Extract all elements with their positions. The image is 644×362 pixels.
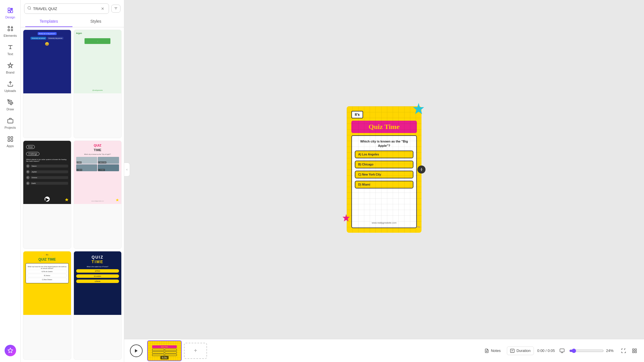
- svg-marker-23: [413, 103, 424, 114]
- templates-grid: Mostly cat or dog person? Extremely cat …: [21, 27, 124, 362]
- template-card-5[interactable]: ⚡ it's ⚡ QUIZ TIME Which city hosts the …: [23, 251, 71, 360]
- duration-btn[interactable]: Duration: [507, 346, 534, 355]
- add-slide-btn[interactable]: +: [184, 343, 207, 359]
- t6-question: What is the capital city of France?: [76, 266, 119, 267]
- sidebar-item-label-projects: Projects: [5, 126, 16, 129]
- tabs-row: Templates Styles: [21, 16, 124, 27]
- svg-point-7: [11, 29, 13, 31]
- sidebar-item-elements[interactable]: Elements: [0, 22, 20, 40]
- svg-rect-38: [635, 351, 637, 353]
- quiz-card[interactable]: It's Quiz Time Which city is known as th…: [347, 106, 421, 233]
- sidebar-item-brand[interactable]: Brand: [0, 59, 20, 77]
- t6-ans-c: c) Berlin: [76, 280, 119, 283]
- sidebar-item-draw[interactable]: Draw: [0, 95, 20, 114]
- quiz-answer-a[interactable]: A) Los Angeles: [355, 151, 413, 158]
- svg-rect-2: [8, 11, 10, 13]
- t5-its: it's: [46, 254, 48, 257]
- bottom-bar: Quiz Time 5.0s +: [124, 339, 644, 362]
- zoom-range[interactable]: [569, 348, 604, 353]
- t6-time: TIME: [92, 259, 103, 264]
- sidebar-item-text[interactable]: Text: [0, 40, 20, 59]
- time-display: 0:00 / 0:05: [537, 348, 555, 353]
- template-card-1[interactable]: Mostly cat or dog person? Extremely cat …: [23, 30, 71, 138]
- tab-styles[interactable]: Styles: [72, 16, 120, 27]
- t5-question: Which city hosts the one of the largest …: [28, 266, 67, 269]
- svg-point-16: [28, 7, 30, 9]
- quiz-answer-c[interactable]: C) New York City: [355, 171, 413, 178]
- t3-play-btn[interactable]: ▶: [45, 197, 50, 202]
- quiz-answer-d[interactable]: D) Miami: [355, 181, 413, 188]
- svg-point-26: [421, 168, 421, 168]
- svg-rect-14: [11, 140, 12, 141]
- filter-btn[interactable]: [111, 5, 120, 13]
- svg-marker-28: [135, 349, 137, 353]
- search-clear-btn[interactable]: [99, 5, 106, 12]
- t3-question: Which planet in our solar system is know…: [26, 159, 68, 162]
- canvas-wrapper: ‹ It's Quiz Time Which city is known as …: [124, 0, 644, 339]
- deco-swirl: ~: [417, 224, 420, 230]
- sidebar-item-label-draw: Draw: [7, 107, 14, 111]
- svg-line-17: [30, 9, 31, 10]
- slide-thumb-1[interactable]: Quiz Time 5.0s: [147, 340, 182, 361]
- notes-label: Notes: [491, 348, 501, 353]
- svg-rect-12: [11, 137, 12, 138]
- draw-icon: [6, 98, 14, 106]
- sidebar-nav: Design Elements Text Brand: [0, 0, 21, 362]
- projects-icon: [6, 117, 14, 125]
- slide-timer: 5.0s: [160, 356, 168, 359]
- screen-mode-btn[interactable]: [558, 347, 566, 355]
- collapse-panel-btn[interactable]: ‹: [124, 163, 130, 176]
- sidebar-item-label-design: Design: [5, 16, 15, 19]
- template-card-2[interactable]: Argon → @reallygreatsite: [74, 30, 122, 138]
- t5-ans-a: A) Rio de Janeiro: [28, 270, 67, 273]
- svg-rect-13: [8, 140, 9, 141]
- svg-rect-10: [7, 119, 13, 123]
- svg-rect-11: [8, 137, 9, 138]
- svg-rect-1: [10, 8, 12, 10]
- magic-btn[interactable]: [5, 345, 16, 356]
- t6-ans-b: b) London: [76, 274, 119, 278]
- t3-ans-b: Jupiter: [30, 170, 68, 173]
- zoom-slider: 24%: [569, 348, 616, 353]
- svg-marker-6: [11, 26, 13, 28]
- search-input-wrap[interactable]: [24, 3, 109, 14]
- tab-templates[interactable]: Templates: [25, 16, 72, 27]
- design-icon: [6, 6, 14, 14]
- t3-ans-a: Saturn: [30, 165, 68, 167]
- template-card-6[interactable]: QUIZ TIME What is the capital city of Fr…: [74, 251, 122, 360]
- svg-rect-31: [511, 349, 514, 353]
- t3-ans-c: Uranus: [30, 176, 68, 179]
- main-area: ‹ It's Quiz Time Which city is known as …: [124, 0, 644, 362]
- template-card-3[interactable]: Brain Challenge Which planet in our sola…: [23, 140, 71, 249]
- template-card-4[interactable]: QUIZ TIME Which city is known as the "Ci…: [74, 140, 122, 249]
- svg-point-27: [421, 171, 421, 171]
- t4-subtitle: Which city is known as the "City of Ligh…: [76, 153, 119, 155]
- search-input[interactable]: [33, 7, 98, 11]
- fullscreen-btn[interactable]: [620, 347, 627, 355]
- quiz-website: www.reallygreatsite.com: [355, 222, 413, 224]
- sidebar-item-design[interactable]: Design: [0, 3, 20, 22]
- grid-view-btn[interactable]: [631, 347, 638, 355]
- left-panel: Templates Styles Mostly cat or dog perso…: [21, 0, 124, 362]
- brand-icon: [6, 61, 14, 70]
- svg-rect-32: [560, 349, 564, 352]
- zoom-pct: 24%: [606, 348, 616, 353]
- svg-rect-0: [8, 8, 10, 10]
- sidebar-item-projects[interactable]: Projects: [0, 114, 20, 132]
- sidebar-item-apps[interactable]: Apps: [0, 132, 20, 151]
- deco-star-pink: [341, 213, 351, 224]
- t3-brain-label: Brain: [26, 145, 35, 149]
- sidebar-item-label-brand: Brand: [6, 71, 14, 74]
- text-icon: [6, 43, 14, 51]
- quiz-time-bar: Quiz Time: [351, 121, 417, 133]
- svg-rect-5: [8, 29, 9, 31]
- drag-handle[interactable]: [417, 165, 425, 174]
- t2-site-text: @reallygreatsite: [76, 89, 119, 91]
- quiz-answer-b[interactable]: B) Chicago: [355, 161, 413, 168]
- search-icon: [27, 6, 31, 11]
- search-bar: [21, 0, 124, 16]
- sidebar-item-label-apps: Apps: [7, 144, 14, 148]
- sidebar-item-uploads[interactable]: Uploads: [0, 77, 20, 95]
- notes-btn[interactable]: Notes: [482, 347, 503, 355]
- play-btn[interactable]: [130, 344, 143, 357]
